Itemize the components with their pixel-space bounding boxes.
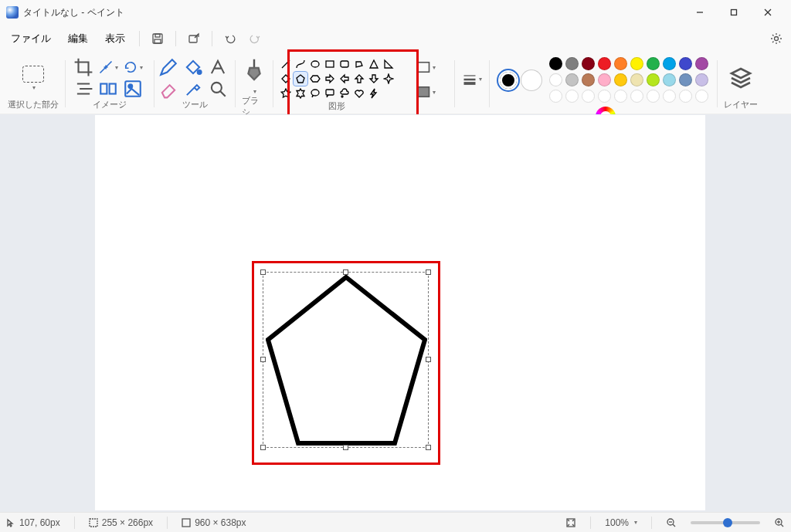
shape-curve[interactable] [294,57,307,71]
shape-fill-style[interactable]: ▾ [416,82,436,102]
shape-pentagon[interactable] [294,72,307,86]
shape-oval[interactable] [308,57,322,71]
shape-lightning[interactable] [367,86,381,100]
brush-tool[interactable] [243,57,266,85]
shape-arrow-right[interactable] [323,72,337,86]
resize-handle[interactable] [260,357,266,362]
select-tool[interactable] [22,66,44,83]
swatch[interactable] [614,57,627,70]
stroke-width[interactable]: ▾ [462,69,482,90]
swatch-empty[interactable] [647,90,660,103]
pentagon-shape[interactable] [266,275,427,446]
swatch[interactable] [565,57,579,70]
ai-tool[interactable] [123,79,143,99]
swatch[interactable] [695,57,708,70]
shape-polygon[interactable] [352,57,366,71]
shape-arrow-up[interactable] [352,72,366,86]
swatch[interactable] [549,57,562,70]
shape-line[interactable] [279,57,293,71]
fit-screen-button[interactable] [565,517,576,528]
zoom-level[interactable]: 100%▾ [605,517,637,528]
shape-heart[interactable] [352,86,366,100]
swatch-empty[interactable] [598,90,611,103]
shape-arrow-down[interactable] [367,72,381,86]
undo-button[interactable] [219,27,242,50]
swatch-empty[interactable] [663,90,676,103]
shape-arrow-left[interactable] [338,72,351,86]
maximize-button[interactable] [717,0,751,25]
swatch[interactable] [549,73,562,86]
shape-rect[interactable] [323,57,337,71]
resize-handle[interactable] [260,269,266,275]
menu-view[interactable]: 表示 [97,27,133,50]
flip-tool[interactable] [98,79,118,99]
swatch[interactable] [630,57,643,70]
swatch-empty[interactable] [565,90,579,103]
skew-tool[interactable] [73,79,93,99]
text-tool[interactable] [208,57,228,77]
picker-tool[interactable] [183,79,203,99]
resize-handle[interactable] [343,445,348,450]
swatch[interactable] [647,57,660,70]
resize-handle[interactable] [426,357,431,362]
swatch[interactable] [679,57,692,70]
swatch-empty[interactable] [549,90,562,103]
shape-callout-cloud[interactable] [338,86,351,100]
shape-outline-style[interactable]: ▾ [416,57,436,77]
shape-triangle[interactable] [367,57,381,71]
resize-handle[interactable] [426,269,431,275]
shape-round-rect[interactable] [338,57,351,71]
shape-diamond[interactable] [279,72,293,86]
shape-4star[interactable] [382,72,396,86]
zoom-slider-thumb[interactable] [723,518,732,527]
pencil-tool[interactable] [158,57,178,77]
swatch[interactable] [663,73,676,86]
settings-button[interactable] [765,27,788,50]
swatch-empty[interactable] [695,90,708,103]
swatch[interactable] [695,73,708,86]
swatch-empty[interactable] [679,90,692,103]
swatch[interactable] [582,73,595,86]
layers-button[interactable] [728,66,753,90]
chevron-down-icon[interactable]: ▾ [634,519,637,526]
eraser-tool[interactable] [158,79,178,99]
minimize-button[interactable] [683,0,717,25]
shape-5star[interactable] [279,86,293,100]
save-button[interactable] [146,27,169,50]
share-button[interactable] [182,27,205,50]
close-button[interactable] [751,0,785,25]
swatch[interactable] [582,57,595,70]
shape-6star[interactable] [294,86,307,100]
swatch-empty[interactable] [614,90,627,103]
shape-callout-round[interactable] [308,86,322,100]
color-2[interactable] [521,70,541,90]
chevron-down-icon[interactable]: ▾ [32,84,36,91]
shape-right-triangle[interactable] [382,57,396,71]
shape-selection[interactable] [263,272,429,448]
zoom-slider[interactable] [691,521,760,524]
swatch[interactable] [565,73,579,86]
menu-edit[interactable]: 編集 [60,27,96,50]
swatch[interactable] [630,73,643,86]
resize-handle[interactable] [426,445,431,450]
shape-hexagon[interactable] [308,72,322,86]
swatch-empty[interactable] [582,90,595,103]
zoom-in-button[interactable] [774,517,785,528]
swatch[interactable] [598,73,611,86]
swatch[interactable] [647,73,660,86]
resize-handle[interactable] [343,269,348,275]
redo-button[interactable] [243,27,266,50]
swatch[interactable] [679,73,692,86]
color-1[interactable] [498,70,518,90]
resize-tool[interactable]: ▾ [98,57,118,77]
menu-file[interactable]: ファイル [3,27,59,50]
swatch[interactable] [598,57,611,70]
zoom-tool[interactable] [208,79,228,99]
swatch[interactable] [614,73,627,86]
swatch[interactable] [663,57,676,70]
zoom-out-button[interactable] [666,517,677,528]
crop-tool[interactable] [73,57,93,77]
fill-tool[interactable] [183,57,203,77]
rotate-tool[interactable]: ▾ [123,57,143,77]
swatch-empty[interactable] [630,90,643,103]
